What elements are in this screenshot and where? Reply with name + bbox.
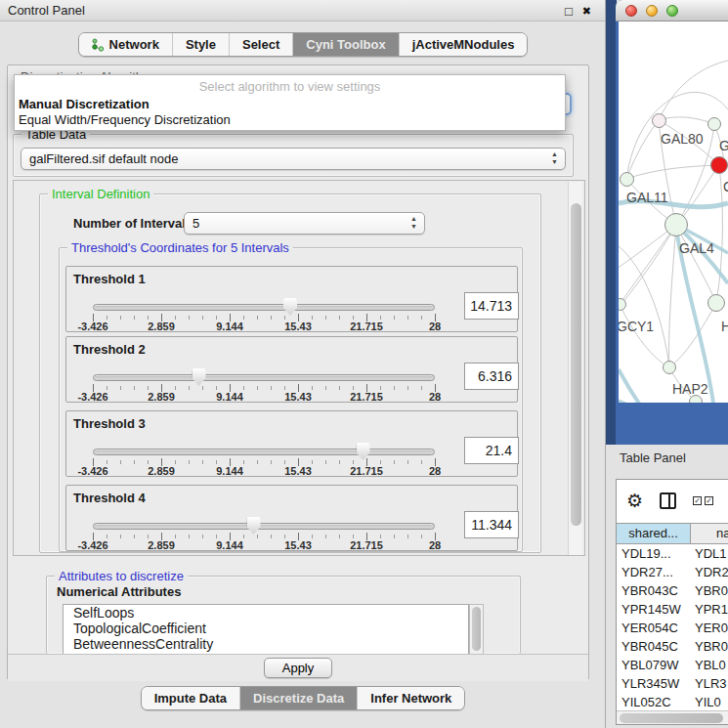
tick-mark [257,316,258,320]
tab-label: Infer Network [370,691,451,706]
table-row[interactable]: YDL19...YDL1 [617,544,728,563]
checkbox-icon[interactable]: ✓ [693,496,702,505]
table-data-combobox[interactable]: galFiltered.sif default node ▲▼ [21,148,566,170]
minimize-window-icon[interactable] [646,5,658,17]
tick-mark [189,535,190,538]
network-node-gcy1[interactable] [619,298,626,311]
column-header-name[interactable]: na [691,524,728,543]
attribute-item-topologicalcoefficient[interactable]: TopologicalCoefficient [64,621,468,636]
tick-label: -3.426 [77,465,107,477]
threshold-slider-3[interactable]: -3.4262.8599.14415.4321.71528 [93,444,435,473]
node-label: HAP2 [672,381,708,397]
table-row[interactable]: YDR27...YDR2 [617,563,728,581]
tick-mark [339,460,340,464]
threshold-value-field[interactable]: 6.316 [464,363,519,390]
network-node-gal4[interactable] [664,213,688,236]
tab-cyni-toolbox[interactable]: Cyni Toolbox [293,33,399,56]
slider-track[interactable] [93,523,435,530]
table-row[interactable]: YER054CYER0 [617,619,728,637]
dropdown-option-equal-width-frequency-discretization[interactable]: Equal Width/Frequency Discretization [15,112,565,128]
tick-mark [202,316,203,320]
network-node[interactable] [689,395,703,403]
cell-shared-name: YER054C [617,619,691,637]
tick-mark [284,460,285,464]
node-label: GAL80 [661,131,704,147]
apply-button[interactable]: Apply [264,658,333,678]
network-node-hap2[interactable] [663,361,676,374]
bottom-tab-infer-network[interactable]: Infer Network [358,687,464,709]
cell-shared-name: YBR043C [617,581,691,600]
tick-label: 15.43 [284,539,312,551]
table-row[interactable]: YBL079WYBL0 [617,656,728,674]
close-panel-icon[interactable]: ✖ [582,5,591,18]
threshold-slider-4[interactable]: -3.4262.8599.14415.4321.71528 [93,518,435,547]
slider-track[interactable] [93,304,435,311]
threshold-slider-1[interactable]: -3.4262.8599.14415.4321.71528 [93,299,435,328]
network-node-c[interactable] [710,156,728,174]
top-tabbar: NetworkStyleSelectCyni ToolboxjActiveMNo… [0,32,606,57]
node-label: GAL11 [626,190,668,205]
tab-style[interactable]: Style [173,33,230,56]
attributes-list-scrollbar[interactable] [469,604,484,655]
float-window-icon[interactable]: □ [565,4,573,19]
cell-name: YIL0 [691,693,728,711]
tick-mark [312,316,313,320]
table-row[interactable]: YBR045CYBR0 [617,637,728,656]
tick-mark [312,460,313,464]
tick-mark [243,386,244,390]
threshold-slider-2[interactable]: -3.4262.8599.14415.4321.71528 [93,369,435,399]
bottom-tab-discretize-data[interactable]: Discretize Data [240,687,358,709]
table-row[interactable]: YBR043CYBR0 [617,581,728,600]
table-row[interactable]: YPR145WYPR1 [617,600,728,619]
tick-label: 2.859 [148,321,175,332]
combo-steppers-icon: ▲▼ [410,215,417,231]
threshold-value-field[interactable]: 21.4 [464,437,519,464]
bottom-tab-impute-data[interactable]: Impute Data [142,687,240,709]
table-row[interactable]: YIL052CYIL0 [617,693,728,711]
node-label: C [723,179,728,194]
tick-mark [325,460,326,464]
tab-label: jActiveMNodules [412,37,515,52]
network-node-ga[interactable] [707,117,721,131]
attribute-item-betweennesscentrality[interactable]: BetweennessCentrality [64,636,468,652]
network-node-gal80[interactable] [652,113,666,128]
tick-mark [394,316,395,320]
network-canvas[interactable]: GAL80GACGAL11GAL4GCY1HHAP2 [619,21,728,403]
tab-network[interactable]: Network [79,33,173,56]
checkbox-icon[interactable]: ✓ [705,496,713,505]
scrollbar-thumb[interactable] [620,713,723,723]
tick-mark [216,316,217,320]
tick-mark [339,386,340,390]
gear-icon[interactable]: ⚙ [626,492,643,510]
cell-shared-name: YDR27... [617,563,691,581]
column-header-shared-name[interactable]: shared... [617,524,691,543]
horizontal-scrollbar[interactable] [617,710,728,725]
tick-mark [380,535,381,538]
tick-mark [189,460,190,464]
threshold-value-field[interactable]: 11.344 [464,511,519,538]
split-columns-icon[interactable] [660,492,676,509]
dropdown-option-manual-discretization[interactable]: Manual Discretization [15,97,565,112]
table-row[interactable]: YLR345WYLR3 [617,674,728,693]
tick-mark [148,386,149,390]
slider-track[interactable] [93,374,435,381]
tick-mark [312,535,313,538]
dropdown-prompt: Select algorithm to view settings [15,75,565,97]
tab-jactivemnodules[interactable]: jActiveMNodules [400,33,528,56]
zoom-window-icon[interactable] [666,5,678,17]
number-of-intervals-combobox[interactable]: 5 ▲▼ [184,212,425,235]
attribute-item-selfloops[interactable]: SelfLoops [64,605,468,621]
network-node-h[interactable] [707,294,725,312]
scrollbar-thumb[interactable] [571,203,581,526]
slider-track[interactable] [93,449,435,455]
tick-mark [284,386,285,390]
tick-mark [134,460,135,464]
close-window-icon[interactable] [625,5,637,17]
network-node-gal11[interactable] [620,172,634,187]
tab-select[interactable]: Select [230,33,293,56]
threshold-value-field[interactable]: 14.713 [464,292,519,320]
numerical-attributes-list[interactable]: SelfLoopsTopologicalCoefficientBetweenne… [63,604,469,655]
tick-label: 2.859 [148,465,175,477]
vertical-scrollbar[interactable] [568,182,582,556]
tick-mark [421,460,422,464]
